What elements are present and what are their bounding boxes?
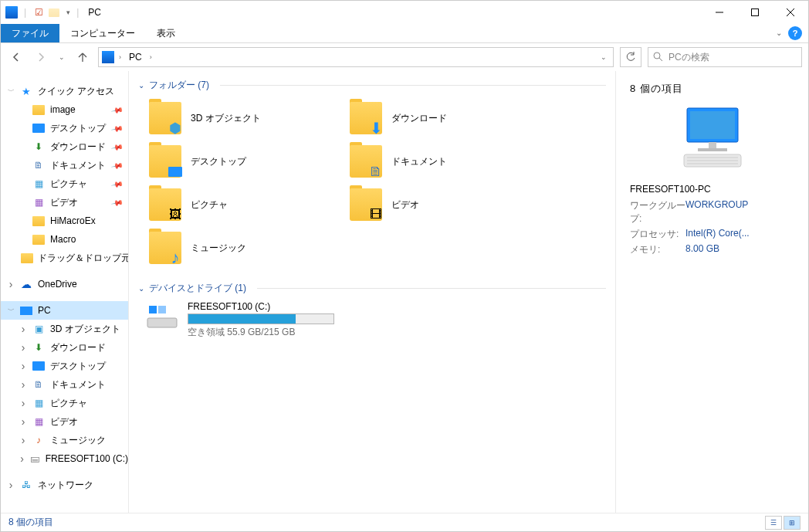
group-header-devices[interactable]: ⌄ デバイスとドライブ (1) xyxy=(138,282,606,295)
nav-forward-button[interactable] xyxy=(32,47,50,67)
chevron-right-icon[interactable] xyxy=(5,278,16,290)
close-button[interactable] xyxy=(773,1,808,24)
tree-item[interactable]: ⬇ダウンロード📌 xyxy=(1,137,128,156)
ribbon-tab-file[interactable]: ファイル xyxy=(1,24,59,42)
status-bar: 8 個の項目 ☰ ⊞ xyxy=(1,513,808,531)
address-bar[interactable]: › PC › ⌄ xyxy=(98,47,614,67)
folder-label: ピクチャ xyxy=(191,198,228,212)
folder-item-downloads[interactable]: ⬇ダウンロード xyxy=(347,98,547,138)
folder-icon xyxy=(32,232,46,246)
maximize-button[interactable] xyxy=(737,1,773,24)
tree-item[interactable]: 🗎ドキュメント📌 xyxy=(1,156,128,175)
folder-item-3dobjects[interactable]: ⬢3D オブジェクト xyxy=(146,98,347,138)
tree-item[interactable]: ドラッグ＆ドロップ元 xyxy=(1,249,128,267)
chevron-right-icon[interactable] xyxy=(18,378,29,391)
folder-icon xyxy=(149,145,181,178)
chevron-right-icon[interactable] xyxy=(18,323,29,335)
tree-pc[interactable]: PC xyxy=(1,301,128,320)
folder-label: ダウンロード xyxy=(391,112,447,125)
chevron-down-icon[interactable]: ⌄ xyxy=(138,284,144,293)
network-icon: 🖧 xyxy=(19,478,33,492)
download-icon: ⬇ xyxy=(32,140,46,154)
ribbon-collapse-icon[interactable]: ⌄ xyxy=(776,24,787,42)
chevron-down-icon[interactable]: ⌄ xyxy=(138,81,144,90)
chevron-right-icon[interactable] xyxy=(18,397,29,409)
qat-dropdown-icon[interactable]: ▾ xyxy=(66,8,70,16)
folder-label: ドキュメント xyxy=(391,155,447,168)
ribbon-tab-computer[interactable]: コンピューター xyxy=(59,24,146,42)
chevron-right-icon[interactable] xyxy=(5,479,16,491)
tree-label: ネットワーク xyxy=(38,479,93,492)
pc-illustration-icon xyxy=(670,103,755,173)
details-row: メモリ:8.00 GB xyxy=(630,243,794,256)
tree-onedrive[interactable]: ☁OneDrive xyxy=(1,275,128,293)
refresh-button[interactable] xyxy=(620,47,641,67)
pin-icon: 📌 xyxy=(111,196,124,208)
chevron-right-icon[interactable] xyxy=(18,415,29,428)
folder-icon: ⬢ xyxy=(149,102,181,134)
system-menu-icon[interactable] xyxy=(5,6,18,19)
nav-recent-dropdown[interactable]: ⌄ xyxy=(56,47,67,67)
help-icon[interactable]: ? xyxy=(788,26,802,40)
ribbon-tab-view[interactable]: 表示 xyxy=(146,24,186,42)
folder-item-music[interactable]: ♪ミュージック xyxy=(146,228,347,268)
pin-icon: 📌 xyxy=(111,159,124,171)
tree-item[interactable]: HiMacroEx xyxy=(1,212,128,230)
qat-newfolder-icon[interactable] xyxy=(48,6,60,19)
tree-item[interactable]: ▦ピクチャ📌 xyxy=(1,175,128,193)
folder-item-desktop[interactable]: デスクトップ xyxy=(146,141,347,181)
address-dropdown-icon[interactable]: ⌄ xyxy=(594,53,613,61)
details-value: Intel(R) Core(... xyxy=(685,228,794,241)
tree-item[interactable]: Macro xyxy=(1,230,128,249)
tree-item[interactable]: ⬇ダウンロード xyxy=(1,338,128,357)
tree-label: ドキュメント xyxy=(50,159,106,172)
chevron-down-icon[interactable] xyxy=(5,86,16,97)
nav-up-button[interactable] xyxy=(73,47,92,67)
drive-icon xyxy=(146,301,178,330)
chevron-right-icon[interactable] xyxy=(18,360,29,372)
tree-quick-access[interactable]: ★ クイック アクセス xyxy=(1,82,128,100)
body: ★ クイック アクセス image📌 デスクトップ📌 ⬇ダウンロード📌 🗎ドキュ… xyxy=(1,71,808,513)
folder-icon xyxy=(21,251,33,265)
drive-icon: 🖴 xyxy=(29,452,40,466)
tree-network[interactable]: 🖧ネットワーク xyxy=(1,476,128,494)
folder-item-videos[interactable]: 🎞ビデオ xyxy=(347,185,547,225)
view-details-button[interactable]: ☰ xyxy=(765,516,782,530)
tree-item[interactable]: image📌 xyxy=(1,100,128,119)
folder-icon xyxy=(32,214,46,228)
tree-item[interactable]: 🗎ドキュメント xyxy=(1,375,128,394)
nav-back-button[interactable] xyxy=(7,47,25,67)
drive-item-c[interactable]: FREESOFT100 (C:) 空き領域 55.9 GB/215 GB xyxy=(146,301,606,339)
document-icon: 🗎 xyxy=(32,378,46,391)
tree-item[interactable]: 🖴FREESOFT100 (C:) xyxy=(1,449,128,468)
tree-item[interactable]: ▦ビデオ xyxy=(1,412,128,431)
video-icon: ▦ xyxy=(32,195,46,209)
tree-label: ダウンロード xyxy=(50,141,106,154)
chevron-down-icon[interactable] xyxy=(5,306,16,316)
folder-item-documents[interactable]: 🗎ドキュメント xyxy=(347,141,547,181)
chevron-right-icon[interactable]: › xyxy=(117,53,123,61)
navigation-pane: ★ クイック アクセス image📌 デスクトップ📌 ⬇ダウンロード📌 🗎ドキュ… xyxy=(1,71,129,513)
qat-properties-icon[interactable]: ☑ xyxy=(32,6,45,19)
tree-item[interactable]: デスクトップ📌 xyxy=(1,119,128,137)
chevron-right-icon[interactable] xyxy=(18,434,29,446)
tree-item[interactable]: ▦ピクチャ xyxy=(1,394,128,412)
folder-icon xyxy=(32,103,46,117)
breadcrumb-pc[interactable]: PC xyxy=(126,52,145,63)
group-header-folders[interactable]: ⌄ フォルダー (7) xyxy=(138,79,606,92)
desktop-icon xyxy=(32,359,46,373)
tree-label: クイック アクセス xyxy=(38,85,114,98)
tree-item[interactable]: ▦ビデオ📌 xyxy=(1,193,128,212)
tree-item[interactable]: デスクトップ xyxy=(1,357,128,375)
folder-item-pictures[interactable]: 🖼ピクチャ xyxy=(146,185,347,225)
search-input[interactable]: PCの検索 xyxy=(648,47,802,67)
tree-item[interactable]: ♪ミュージック xyxy=(1,431,128,449)
chevron-right-icon[interactable] xyxy=(18,452,26,465)
tree-item[interactable]: ▣3D オブジェクト xyxy=(1,320,128,338)
view-tiles-button[interactable]: ⊞ xyxy=(784,516,801,530)
pc-icon xyxy=(19,303,33,317)
minimize-button[interactable] xyxy=(702,1,737,24)
chevron-right-icon[interactable] xyxy=(18,341,29,354)
chevron-right-icon[interactable]: › xyxy=(148,53,154,61)
folders-grid: ⬢3D オブジェクト ⬇ダウンロード デスクトップ 🗎ドキュメント 🖼ピクチャ … xyxy=(146,98,606,268)
